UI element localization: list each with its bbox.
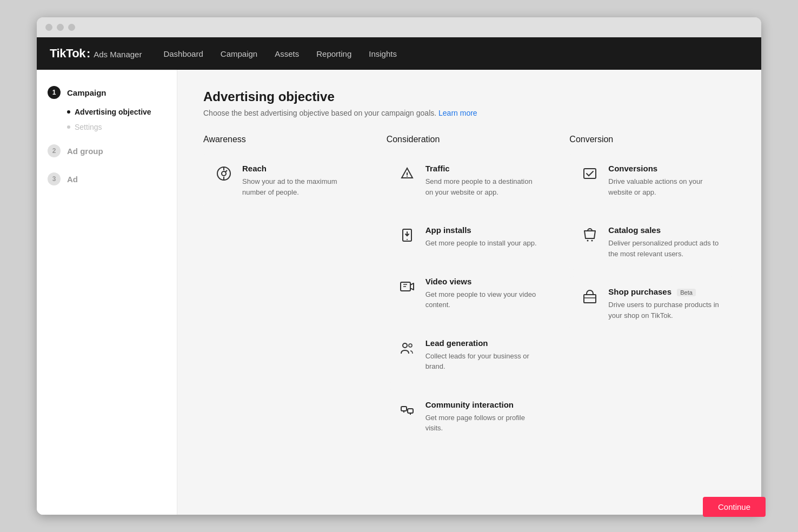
logo: TikTok:Ads Manager — [50, 46, 142, 61]
reach-icon — [214, 164, 234, 183]
logo-ads: Ads Manager — [94, 50, 142, 59]
step-circle-2: 2 — [48, 144, 61, 157]
svg-rect-21 — [584, 295, 596, 303]
svg-rect-18 — [584, 169, 596, 178]
sidebar-sub-items-campaign: Advertising objective Settings — [37, 104, 177, 135]
logo-colon: : — [87, 46, 90, 61]
card-video-views-desc: Get more people to view your video conte… — [425, 289, 542, 310]
sidebar-step-ad[interactable]: 3 Ad — [37, 167, 177, 191]
card-traffic-content: Traffic Send more people to a destinatio… — [425, 164, 542, 197]
card-reach-desc: Show your ad to the maximum number of pe… — [242, 176, 358, 197]
card-community-interaction-content: Community interaction Get more page foll… — [425, 400, 542, 434]
card-shop-purchases[interactable]: Shop purchases Beta Drive users to purch… — [569, 276, 735, 331]
svg-point-19 — [587, 240, 589, 242]
top-nav: TikTok:Ads Manager Dashboard Campaign As… — [37, 37, 761, 70]
card-catalog-sales-content: Catalog sales Deliver personalized produ… — [608, 225, 724, 259]
column-awareness: Awareness — [203, 135, 369, 451]
card-community-interaction[interactable]: Community interaction Get more page foll… — [387, 389, 553, 444]
card-app-installs-content: App installs Get more people to install … — [425, 225, 537, 249]
card-reach-content: Reach Show your ad to the maximum number… — [242, 164, 358, 197]
sidebar-sub-advertising-objective[interactable]: Advertising objective — [67, 104, 177, 119]
card-video-views-content: Video views Get more people to view your… — [425, 277, 542, 310]
continue-button[interactable]: Continue — [703, 497, 761, 515]
sidebar-step-adgroup-label: Ad group — [67, 147, 103, 156]
shop-purchases-icon — [580, 287, 600, 307]
card-lead-generation[interactable]: Lead generation Collect leads for your b… — [387, 328, 553, 383]
main-layout: 1 Campaign Advertising objective Setting… — [37, 70, 761, 515]
card-app-installs-title: App installs — [425, 225, 537, 235]
subtitle-text: Choose the best advertising objective ba… — [203, 109, 436, 117]
nav-dashboard[interactable]: Dashboard — [163, 47, 203, 61]
svg-point-6 — [407, 176, 408, 177]
card-lead-generation-title: Lead generation — [425, 338, 542, 348]
card-shop-purchases-desc: Drive users to purchase products in your… — [608, 300, 724, 321]
logo-tiktok: TikTok — [50, 46, 85, 61]
card-lead-generation-desc: Collect leads for your business or brand… — [425, 351, 542, 372]
nav-assets[interactable]: Assets — [275, 47, 299, 61]
card-lead-generation-content: Lead generation Collect leads for your b… — [425, 338, 542, 372]
main-content: Advertising objective Choose the best ad… — [177, 70, 761, 515]
objectives-grid: Awareness — [203, 135, 735, 451]
step-circle-3: 3 — [48, 172, 61, 185]
sidebar-step-ad-label: Ad — [67, 175, 78, 184]
community-interaction-icon — [397, 400, 417, 420]
sidebar-sub-settings[interactable]: Settings — [67, 119, 177, 135]
card-app-installs[interactable]: App installs Get more people to install … — [387, 215, 553, 260]
card-conversions[interactable]: Conversions Drive valuable actions on yo… — [569, 153, 735, 208]
sidebar-section-adgroup: 2 Ad group — [37, 139, 177, 163]
svg-rect-16 — [401, 407, 407, 411]
sub-item-dot-objective — [67, 110, 70, 114]
learn-more-link[interactable]: Learn more — [438, 109, 477, 117]
sub-item-dot-settings — [67, 125, 70, 129]
step-circle-1: 1 — [48, 86, 61, 99]
continue-btn-wrap: Continue — [703, 497, 761, 515]
column-consideration: Consideration Traffic — [387, 135, 553, 451]
card-community-interaction-title: Community interaction — [425, 400, 542, 409]
column-header-awareness: Awareness — [203, 135, 369, 144]
sidebar-step-adgroup[interactable]: 2 Ad group — [37, 139, 177, 163]
nav-insights[interactable]: Insights — [369, 47, 397, 61]
sub-item-label-settings: Settings — [75, 123, 102, 131]
card-traffic[interactable]: Traffic Send more people to a destinatio… — [387, 153, 553, 208]
beta-badge: Beta — [677, 289, 696, 296]
lead-generation-icon — [397, 338, 417, 358]
card-shop-purchases-content: Shop purchases Beta Drive users to purch… — [608, 287, 724, 321]
browser-dot-3 — [68, 24, 75, 31]
page-title: Advertising objective — [203, 89, 735, 104]
catalog-sales-icon — [580, 225, 600, 245]
page-subtitle: Choose the best advertising objective ba… — [203, 109, 735, 117]
traffic-icon — [397, 164, 417, 183]
svg-point-8 — [407, 239, 408, 240]
nav-campaign[interactable]: Campaign — [221, 47, 257, 61]
svg-point-15 — [409, 344, 412, 347]
card-reach[interactable]: Reach Show your ad to the maximum number… — [203, 153, 369, 208]
card-traffic-desc: Send more people to a destination on you… — [425, 176, 542, 197]
svg-rect-17 — [408, 409, 413, 413]
app-container: TikTok:Ads Manager Dashboard Campaign As… — [37, 37, 761, 515]
browser-dot-1 — [45, 24, 52, 31]
card-video-views-title: Video views — [425, 277, 542, 286]
card-conversions-title: Conversions — [608, 164, 724, 173]
sidebar-section-campaign: 1 Campaign Advertising objective Setting… — [37, 81, 177, 135]
nav-reporting[interactable]: Reporting — [316, 47, 351, 61]
sidebar-section-ad: 3 Ad — [37, 167, 177, 191]
sidebar-step-campaign[interactable]: 1 Campaign — [37, 81, 177, 104]
sidebar: 1 Campaign Advertising objective Setting… — [37, 70, 177, 515]
card-reach-title: Reach — [242, 164, 358, 173]
column-conversion: Conversion Conversions D — [569, 135, 735, 451]
card-shop-purchases-title: Shop purchases Beta — [608, 287, 724, 296]
card-catalog-sales-title: Catalog sales — [608, 225, 724, 235]
sidebar-step-campaign-label: Campaign — [67, 88, 107, 97]
card-app-installs-desc: Get more people to install your app. — [425, 238, 537, 249]
card-conversions-desc: Drive valuable actions on your website o… — [608, 176, 724, 197]
card-community-interaction-desc: Get more page follows or profile visits. — [425, 413, 542, 434]
card-conversions-content: Conversions Drive valuable actions on yo… — [608, 164, 724, 197]
card-video-views[interactable]: Video views Get more people to view your… — [387, 266, 553, 321]
card-traffic-title: Traffic — [425, 164, 542, 173]
app-installs-icon — [397, 225, 417, 245]
sub-item-label-objective: Advertising objective — [75, 108, 151, 116]
svg-point-20 — [591, 240, 593, 242]
video-views-icon — [397, 277, 417, 296]
conversions-icon — [580, 164, 600, 183]
card-catalog-sales[interactable]: Catalog sales Deliver personalized produ… — [569, 215, 735, 270]
